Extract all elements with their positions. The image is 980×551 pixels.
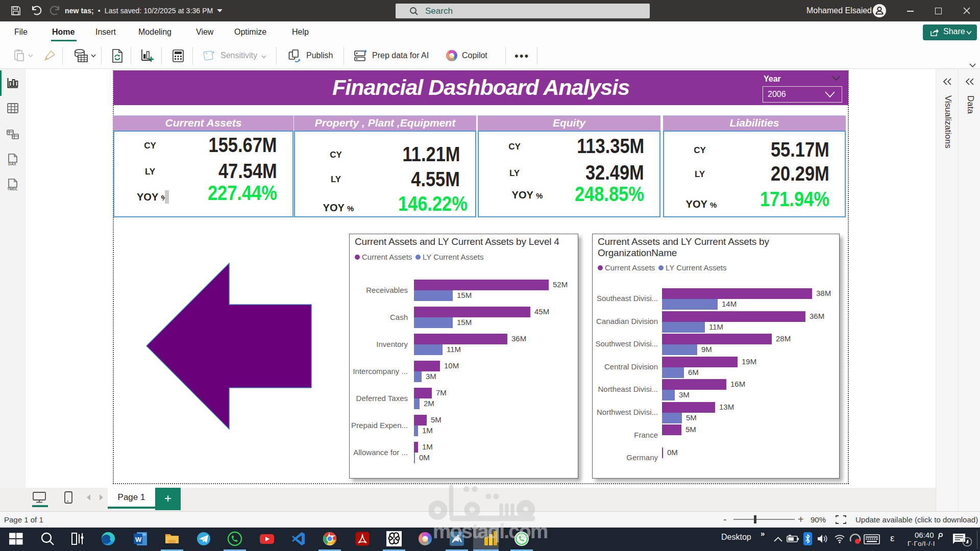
- svg-text:DAX: DAX: [8, 162, 16, 166]
- svg-text:TMDL: TMDL: [7, 187, 18, 191]
- svg-text:W: W: [135, 536, 142, 543]
